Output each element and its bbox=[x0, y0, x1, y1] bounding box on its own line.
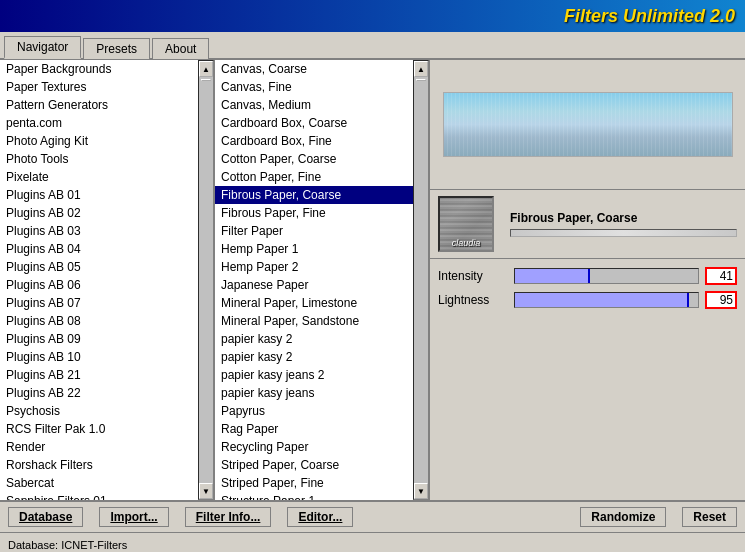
param-value: 95 bbox=[705, 291, 737, 309]
left-list-item[interactable]: Sabercat bbox=[0, 474, 198, 492]
middle-list-item[interactable]: Mineral Paper, Sandstone bbox=[215, 312, 413, 330]
middle-list-item[interactable]: Structure Paper 1 bbox=[215, 492, 413, 500]
middle-list-item[interactable]: Canvas, Coarse bbox=[215, 60, 413, 78]
middle-scroll-up[interactable]: ▲ bbox=[414, 61, 428, 77]
left-list-item[interactable]: Plugins AB 05 bbox=[0, 258, 198, 276]
left-scroll-up[interactable]: ▲ bbox=[199, 61, 213, 77]
middle-list-item[interactable]: Filter Paper bbox=[215, 222, 413, 240]
left-list-item[interactable]: Sapphire Filters 01 bbox=[0, 492, 198, 500]
left-scroll-down[interactable]: ▼ bbox=[199, 483, 213, 499]
param-label: Intensity bbox=[438, 269, 508, 283]
middle-list-item[interactable]: Cotton Paper, Fine bbox=[215, 168, 413, 186]
param-slider[interactable] bbox=[514, 268, 699, 284]
param-slider[interactable] bbox=[514, 292, 699, 308]
left-list-item[interactable]: Rorshack Filters bbox=[0, 456, 198, 474]
left-panel: Paper BackgroundsPaper TexturesPattern G… bbox=[0, 60, 215, 500]
filter-info-button[interactable]: Filter Info... bbox=[185, 507, 272, 527]
middle-list-item[interactable]: Canvas, Medium bbox=[215, 96, 413, 114]
middle-list-item[interactable]: Cardboard Box, Coarse bbox=[215, 114, 413, 132]
middle-list-item[interactable]: papier kasy jeans 2 bbox=[215, 366, 413, 384]
editor-button[interactable]: Editor... bbox=[287, 507, 353, 527]
middle-list-container: Canvas, CoarseCanvas, FineCanvas, Medium… bbox=[215, 60, 429, 500]
left-list-container: Paper BackgroundsPaper TexturesPattern G… bbox=[0, 60, 214, 500]
middle-list-item[interactable]: Striped Paper, Coarse bbox=[215, 456, 413, 474]
middle-list-item[interactable]: Hemp Paper 2 bbox=[215, 258, 413, 276]
tab-presets[interactable]: Presets bbox=[83, 38, 150, 59]
left-list-item[interactable]: Pattern Generators bbox=[0, 96, 198, 114]
main-content: Paper BackgroundsPaper TexturesPattern G… bbox=[0, 60, 745, 500]
middle-list-item[interactable]: papier kasy 2 bbox=[215, 348, 413, 366]
database-status: Database: ICNET-Filters bbox=[8, 539, 737, 551]
left-list-item[interactable]: Paper Backgrounds bbox=[0, 60, 198, 78]
middle-scroll-track bbox=[414, 77, 428, 483]
title-bar: Filters Unlimited 2.0 bbox=[0, 0, 745, 32]
database-status-label: Database: bbox=[8, 539, 58, 551]
left-list-item[interactable]: Plugins AB 03 bbox=[0, 222, 198, 240]
filter-name-text: Fibrous Paper, Coarse bbox=[510, 211, 737, 225]
param-label: Lightness bbox=[438, 293, 508, 307]
middle-list-item[interactable]: Fibrous Paper, Fine bbox=[215, 204, 413, 222]
middle-list-item[interactable]: Japanese Paper bbox=[215, 276, 413, 294]
left-list-item[interactable]: Psychosis bbox=[0, 402, 198, 420]
preview-area bbox=[430, 60, 745, 190]
left-scroll-thumb[interactable] bbox=[201, 79, 211, 81]
middle-panel: Canvas, CoarseCanvas, FineCanvas, Medium… bbox=[215, 60, 430, 500]
database-button[interactable]: Database bbox=[8, 507, 83, 527]
tab-about[interactable]: About bbox=[152, 38, 209, 59]
middle-list-item[interactable]: Cardboard Box, Fine bbox=[215, 132, 413, 150]
middle-list-item[interactable]: Fibrous Paper, Coarse bbox=[215, 186, 413, 204]
left-list[interactable]: Paper BackgroundsPaper TexturesPattern G… bbox=[0, 60, 198, 500]
randomize-button[interactable]: Randomize bbox=[580, 507, 666, 527]
left-list-item[interactable]: Plugins AB 10 bbox=[0, 348, 198, 366]
database-status-value: ICNET-Filters bbox=[61, 539, 127, 551]
left-list-item[interactable]: Plugins AB 02 bbox=[0, 204, 198, 222]
left-list-item[interactable]: Plugins AB 06 bbox=[0, 276, 198, 294]
left-list-item[interactable]: penta.com bbox=[0, 114, 198, 132]
left-list-item[interactable]: Plugins AB 01 bbox=[0, 186, 198, 204]
left-list-item[interactable]: Plugins AB 04 bbox=[0, 240, 198, 258]
filter-thumbnail: claudia bbox=[438, 196, 494, 252]
param-row: Intensity 41 bbox=[438, 267, 737, 285]
middle-list-item[interactable]: Hemp Paper 1 bbox=[215, 240, 413, 258]
left-scroll-track bbox=[199, 77, 213, 483]
param-row: Lightness 95 bbox=[438, 291, 737, 309]
status-bar: Database: ICNET-Filters Filters: 4611 bbox=[0, 532, 745, 552]
preview-image bbox=[443, 92, 733, 157]
middle-list-item[interactable]: Rag Paper bbox=[215, 420, 413, 438]
middle-list-item[interactable]: Canvas, Fine bbox=[215, 78, 413, 96]
middle-list-item[interactable]: papier kasy 2 bbox=[215, 330, 413, 348]
left-list-item[interactable]: Pixelate bbox=[0, 168, 198, 186]
bottom-toolbar: Database Import... Filter Info... Editor… bbox=[0, 500, 745, 532]
left-list-item[interactable]: Render bbox=[0, 438, 198, 456]
right-panel: claudia Fibrous Paper, Coarse Intensity … bbox=[430, 60, 745, 500]
middle-scrollbar[interactable]: ▲ ▼ bbox=[413, 60, 429, 500]
left-list-item[interactable]: Plugins AB 08 bbox=[0, 312, 198, 330]
app-title: Filters Unlimited 2.0 bbox=[564, 6, 735, 27]
middle-list-item[interactable]: Cotton Paper, Coarse bbox=[215, 150, 413, 168]
left-list-item[interactable]: Photo Aging Kit bbox=[0, 132, 198, 150]
tab-bar: Navigator Presets About bbox=[0, 32, 745, 60]
reset-button[interactable]: Reset bbox=[682, 507, 737, 527]
left-list-item[interactable]: Plugins AB 21 bbox=[0, 366, 198, 384]
middle-list-item[interactable]: Mineral Paper, Limestone bbox=[215, 294, 413, 312]
left-list-item[interactable]: Paper Textures bbox=[0, 78, 198, 96]
middle-list-item[interactable]: Papyrus bbox=[215, 402, 413, 420]
left-list-item[interactable]: Photo Tools bbox=[0, 150, 198, 168]
left-list-item[interactable]: RCS Filter Pak 1.0 bbox=[0, 420, 198, 438]
tab-navigator[interactable]: Navigator bbox=[4, 36, 81, 59]
import-button[interactable]: Import... bbox=[99, 507, 168, 527]
left-list-item[interactable]: Plugins AB 22 bbox=[0, 384, 198, 402]
middle-list-item[interactable]: Recycling Paper bbox=[215, 438, 413, 456]
filter-name-display: Fibrous Paper, Coarse bbox=[502, 211, 737, 237]
middle-scroll-down[interactable]: ▼ bbox=[414, 483, 428, 499]
middle-list[interactable]: Canvas, CoarseCanvas, FineCanvas, Medium… bbox=[215, 60, 413, 500]
middle-list-item[interactable]: Striped Paper, Fine bbox=[215, 474, 413, 492]
middle-scroll-thumb[interactable] bbox=[416, 79, 426, 81]
filter-info-row: claudia Fibrous Paper, Coarse bbox=[430, 190, 745, 259]
left-scrollbar[interactable]: ▲ ▼ bbox=[198, 60, 214, 500]
left-list-item[interactable]: Plugins AB 09 bbox=[0, 330, 198, 348]
filter-thumb-label: claudia bbox=[452, 238, 481, 248]
params-area: Intensity 41 Lightness 95 bbox=[430, 259, 745, 500]
left-list-item[interactable]: Plugins AB 07 bbox=[0, 294, 198, 312]
middle-list-item[interactable]: papier kasy jeans bbox=[215, 384, 413, 402]
